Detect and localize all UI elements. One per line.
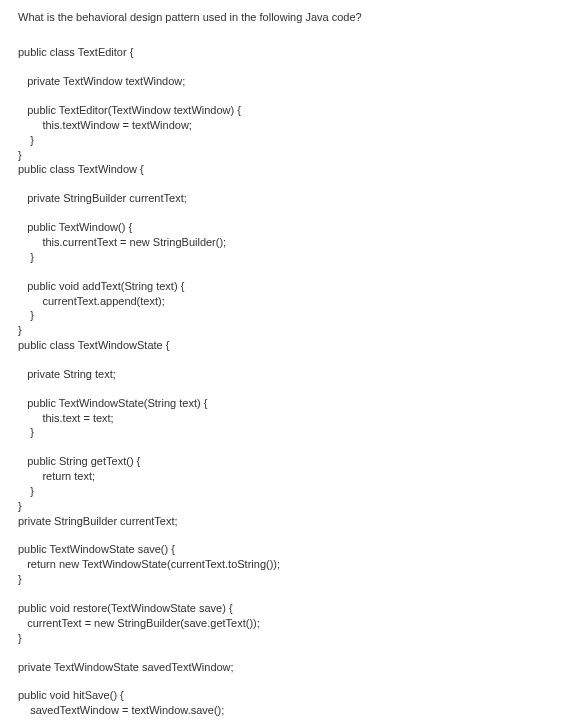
code-line: }	[18, 499, 555, 514]
code-line: this.currentText = new StringBuilder();	[18, 235, 555, 250]
code-line: public class TextWindowState {	[18, 338, 555, 353]
code-line: public TextWindowState(String text) {	[18, 396, 555, 411]
code-line	[18, 353, 555, 367]
code-line: public void addText(String text) {	[18, 279, 555, 294]
code-line: this.text = text;	[18, 411, 555, 426]
code-line: }	[18, 250, 555, 265]
code-line	[18, 206, 555, 220]
code-line: }	[18, 484, 555, 499]
code-line: }	[18, 133, 555, 148]
code-line: private String text;	[18, 367, 555, 382]
code-line	[18, 674, 555, 688]
code-line: }	[18, 308, 555, 323]
code-line	[18, 646, 555, 660]
code-line: return text;	[18, 469, 555, 484]
code-line: public String getText() {	[18, 454, 555, 469]
code-line: }	[18, 323, 555, 338]
code-line	[18, 60, 555, 74]
code-line: private StringBuilder currentText;	[18, 514, 555, 529]
question-text: What is the behavioral design pattern us…	[18, 10, 555, 25]
code-line	[18, 177, 555, 191]
code-line: private TextWindow textWindow;	[18, 74, 555, 89]
code-line	[18, 89, 555, 103]
code-line: return new TextWindowState(currentText.t…	[18, 557, 555, 572]
code-line: public class TextWindow {	[18, 162, 555, 177]
code-line: private StringBuilder currentText;	[18, 191, 555, 206]
code-line: public TextWindow() {	[18, 220, 555, 235]
code-line: public void hitSave() {	[18, 688, 555, 703]
code-line: }	[18, 148, 555, 163]
code-line: }	[18, 631, 555, 646]
code-line: public class TextEditor {	[18, 45, 555, 60]
code-line: public TextWindowState save() {	[18, 542, 555, 557]
code-line: public void restore(TextWindowState save…	[18, 601, 555, 616]
code-line: currentText.append(text);	[18, 294, 555, 309]
code-line	[18, 528, 555, 542]
code-line: currentText = new StringBuilder(save.get…	[18, 616, 555, 631]
code-line	[18, 440, 555, 454]
code-line: savedTextWindow = textWindow.save();	[18, 703, 555, 718]
code-block: public class TextEditor { private TextWi…	[18, 45, 555, 718]
code-line	[18, 587, 555, 601]
code-line: public TextEditor(TextWindow textWindow)…	[18, 103, 555, 118]
code-line: private TextWindowState savedTextWindow;	[18, 660, 555, 675]
code-line	[18, 265, 555, 279]
code-line	[18, 382, 555, 396]
code-line: this.textWindow = textWindow;	[18, 118, 555, 133]
code-line: }	[18, 425, 555, 440]
code-line: }	[18, 572, 555, 587]
